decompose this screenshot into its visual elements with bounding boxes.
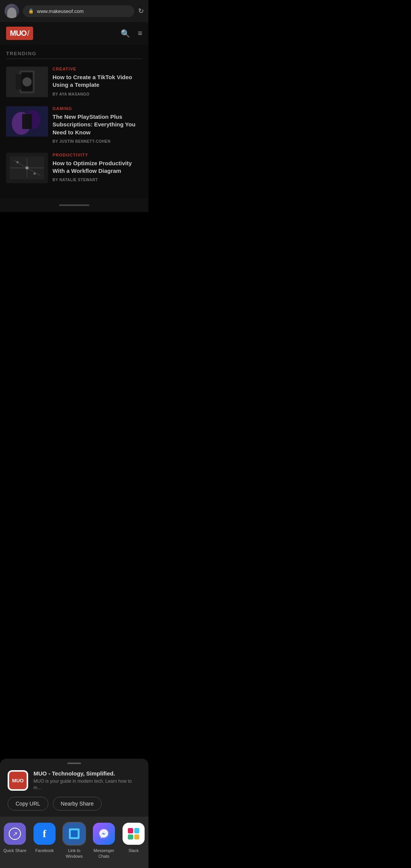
list-item[interactable]: CREATIVE How to Create a TikTok Video Us… bbox=[6, 67, 142, 97]
svg-rect-4 bbox=[16, 74, 21, 89]
article-author: BY AYA MASANGO bbox=[53, 92, 142, 96]
article-category: GAMING bbox=[53, 106, 142, 111]
lock-icon: 🔒 bbox=[28, 8, 34, 14]
article-author: BY JUSTIN BENNETT-COHEN bbox=[53, 139, 142, 144]
article-info: CREATIVE How to Create a TikTok Video Us… bbox=[53, 67, 142, 96]
search-icon[interactable]: 🔍 bbox=[121, 29, 130, 38]
article-info: GAMING The New PlayStation Plus Subscrip… bbox=[53, 106, 142, 144]
article-title: How to Create a TikTok Video Using a Tem… bbox=[53, 73, 142, 89]
trending-divider bbox=[6, 59, 142, 59]
article-title: The New PlayStation Plus Subscriptions: … bbox=[53, 113, 142, 136]
article-title: How to Optimize Productivity With a Work… bbox=[53, 160, 142, 175]
main-content: TRENDING CREATIVE How to Create a TikTok… bbox=[0, 45, 148, 198]
bottom-nav-bar bbox=[0, 198, 148, 212]
header-icons: 🔍 ≡ bbox=[121, 29, 142, 38]
url-text: www.makeuseof.com bbox=[37, 8, 84, 14]
menu-icon[interactable]: ≡ bbox=[138, 29, 142, 38]
svg-rect-8 bbox=[22, 114, 32, 129]
url-bar[interactable]: 🔒 www.makeuseof.com bbox=[23, 5, 134, 17]
list-item[interactable]: PRODUCTIVITY How to Optimize Productivit… bbox=[6, 153, 142, 183]
logo-slash: / bbox=[27, 29, 30, 38]
nav-indicator bbox=[59, 204, 89, 206]
article-author: BY NATALIE STEWART bbox=[53, 178, 142, 182]
article-category: PRODUCTIVITY bbox=[53, 153, 142, 157]
site-header: MUO / 🔍 ≡ bbox=[0, 22, 148, 45]
svg-point-3 bbox=[22, 77, 32, 86]
svg-point-16 bbox=[33, 172, 36, 175]
article-thumbnail bbox=[6, 106, 48, 137]
list-item[interactable]: GAMING The New PlayStation Plus Subscrip… bbox=[6, 106, 142, 144]
article-thumbnail bbox=[6, 153, 48, 183]
svg-point-15 bbox=[16, 161, 19, 163]
avatar[interactable] bbox=[5, 4, 19, 18]
refresh-button[interactable]: ↻ bbox=[138, 7, 144, 15]
trending-label: TRENDING bbox=[6, 51, 142, 56]
browser-bar: 🔒 www.makeuseof.com ↻ bbox=[0, 0, 148, 22]
article-category: CREATIVE bbox=[53, 67, 142, 71]
logo-text: MUO bbox=[10, 29, 27, 38]
article-info: PRODUCTIVITY How to Optimize Productivit… bbox=[53, 153, 142, 182]
muo-logo[interactable]: MUO / bbox=[6, 27, 33, 40]
article-thumbnail bbox=[6, 67, 48, 97]
svg-point-14 bbox=[25, 166, 29, 169]
